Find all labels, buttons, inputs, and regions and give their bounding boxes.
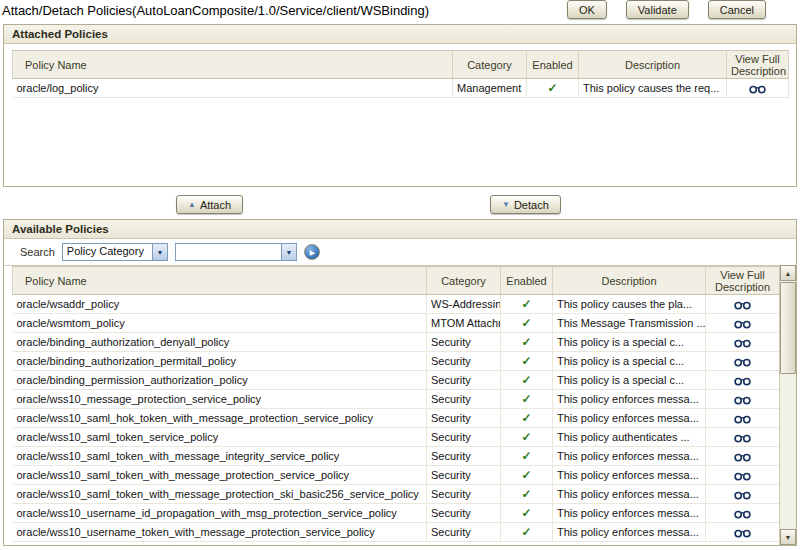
cancel-button[interactable]: Cancel	[708, 0, 766, 19]
vertical-scrollbar[interactable]: ▲ ▼	[779, 265, 796, 545]
policy-name-cell: oracle/wsmtom_policy	[13, 314, 427, 333]
category-cell: Security	[427, 447, 501, 466]
glasses-icon[interactable]	[734, 431, 751, 443]
view-cell	[706, 371, 780, 390]
glasses-icon[interactable]	[734, 298, 751, 310]
table-row[interactable]: oracle/wsaddr_policyWS-Addressing✓This p…	[13, 295, 780, 314]
scrollbar-thumb[interactable]	[780, 282, 796, 374]
attached-policies-panel: Attached Policies Policy Name Category E…	[3, 24, 797, 187]
view-cell	[706, 333, 780, 352]
policy-name-cell: oracle/wss10_saml_token_with_message_int…	[13, 447, 427, 466]
policy-name-cell: oracle/wss10_username_id_propagation_wit…	[13, 504, 427, 523]
ok-button[interactable]: OK	[567, 0, 607, 19]
description-cell: This policy enforces messa...	[553, 409, 706, 428]
table-row[interactable]: oracle/wss10_username_token_with_message…	[13, 523, 780, 542]
description-cell: This policy causes the pla...	[553, 295, 706, 314]
enabled-cell: ✓	[501, 504, 553, 523]
check-icon: ✓	[521, 354, 531, 368]
policy-name-cell: oracle/wss10_message_protection_service_…	[13, 390, 427, 409]
view-cell	[706, 314, 780, 333]
page-title: Attach/Detach Policies(AutoLoanComposite…	[2, 3, 429, 18]
policy-name-cell: oracle/wss10_saml_token_with_message_pro…	[13, 485, 427, 504]
table-row[interactable]: oracle/wss10_saml_hok_token_with_message…	[13, 409, 780, 428]
attach-button[interactable]: ▲ Attach	[176, 195, 243, 214]
enabled-cell: ✓	[501, 390, 553, 409]
glasses-icon[interactable]	[734, 507, 751, 519]
column-header-enabled: Enabled	[527, 51, 579, 79]
attached-policies-table-wrap: Policy Name Category Enabled Description…	[4, 44, 796, 98]
view-cell	[727, 79, 789, 98]
search-go-button[interactable]: ▶	[304, 244, 320, 260]
table-row[interactable]: oracle/wss10_saml_token_with_message_pro…	[13, 485, 780, 504]
table-row[interactable]: oracle/wss10_saml_token_with_message_pro…	[13, 466, 780, 485]
validate-button[interactable]: Validate	[626, 0, 689, 19]
policy-name-cell: oracle/wss10_saml_hok_token_with_message…	[13, 409, 427, 428]
table-row[interactable]: oracle/binding_authorization_permitall_p…	[13, 352, 780, 371]
policy-name-cell: oracle/binding_authorization_denyall_pol…	[13, 333, 427, 352]
search-row: Search Policy Category ▼ ▼ ▶	[4, 239, 796, 266]
glasses-icon[interactable]	[749, 82, 766, 94]
policy-name-cell: oracle/wss10_username_token_with_message…	[13, 523, 427, 542]
table-row[interactable]: oracle/log_policyManagement✓This policy …	[13, 79, 789, 98]
detach-button[interactable]: ▼ Detach	[490, 195, 561, 214]
policy-name-cell: oracle/wss10_saml_token_service_policy	[13, 428, 427, 447]
column-header-policy-name: Policy Name	[13, 51, 453, 79]
table-row[interactable]: oracle/wss10_saml_token_with_message_int…	[13, 447, 780, 466]
enabled-cell: ✓	[501, 295, 553, 314]
category-cell: WS-Addressing	[427, 295, 501, 314]
scroll-up-button[interactable]: ▲	[780, 265, 796, 281]
policy-category-select-value: Policy Category	[63, 244, 152, 260]
search-term-select[interactable]: ▼	[175, 243, 297, 261]
glasses-icon[interactable]	[734, 355, 751, 367]
enabled-cell: ✓	[501, 409, 553, 428]
column-header-view-full-description: View Full Description	[706, 267, 780, 295]
table-row[interactable]: oracle/wss10_saml_token_service_policySe…	[13, 428, 780, 447]
category-cell: Security	[427, 523, 501, 542]
check-icon: ✓	[521, 506, 531, 520]
table-row[interactable]: oracle/binding_permission_authorization_…	[13, 371, 780, 390]
enabled-cell: ✓	[501, 333, 553, 352]
glasses-icon[interactable]	[734, 526, 751, 538]
glasses-icon[interactable]	[734, 412, 751, 424]
glasses-icon[interactable]	[734, 336, 751, 348]
check-icon: ✓	[521, 373, 531, 387]
glasses-icon[interactable]	[734, 374, 751, 386]
category-cell: Management	[453, 79, 527, 98]
policy-name-cell: oracle/binding_authorization_permitall_p…	[13, 352, 427, 371]
description-cell: This policy enforces messa...	[553, 504, 706, 523]
enabled-cell: ✓	[501, 428, 553, 447]
view-cell	[706, 485, 780, 504]
glasses-icon[interactable]	[734, 488, 751, 500]
glasses-icon[interactable]	[734, 450, 751, 462]
scroll-down-button[interactable]: ▼	[780, 529, 796, 545]
glasses-icon[interactable]	[734, 317, 751, 329]
column-header-view-full-description: View Full Description	[727, 51, 789, 79]
table-row[interactable]: oracle/wss10_username_id_propagation_wit…	[13, 504, 780, 523]
dialog-action-buttons: OK Validate Cancel	[567, 0, 766, 19]
glasses-icon[interactable]	[734, 393, 751, 405]
description-cell: This policy is a special c...	[553, 371, 706, 390]
enabled-cell: ✓	[501, 485, 553, 504]
policy-name-cell: oracle/wsaddr_policy	[13, 295, 427, 314]
table-row[interactable]: oracle/wsmtom_policyMTOM Attachments✓Thi…	[13, 314, 780, 333]
category-cell: Security	[427, 428, 501, 447]
triangle-down-icon: ▼	[502, 201, 510, 209]
description-cell: This policy enforces messa...	[553, 466, 706, 485]
description-cell: This policy authenticates ...	[553, 428, 706, 447]
attached-policies-header: Attached Policies	[4, 25, 796, 44]
category-cell: Security	[427, 390, 501, 409]
column-header-category: Category	[427, 267, 501, 295]
table-row[interactable]: oracle/wss10_message_protection_service_…	[13, 390, 780, 409]
category-cell: MTOM Attachments	[427, 314, 501, 333]
policy-category-select[interactable]: Policy Category ▼	[62, 243, 168, 261]
enabled-cell: ✓	[501, 352, 553, 371]
view-cell	[706, 295, 780, 314]
enabled-cell: ✓	[501, 447, 553, 466]
view-cell	[706, 390, 780, 409]
table-row[interactable]: oracle/binding_authorization_denyall_pol…	[13, 333, 780, 352]
check-icon: ✓	[521, 525, 531, 539]
glasses-icon[interactable]	[734, 469, 751, 481]
available-table-header-row: Policy Name Category Enabled Description…	[13, 267, 780, 295]
view-cell	[706, 523, 780, 542]
category-cell: Security	[427, 333, 501, 352]
